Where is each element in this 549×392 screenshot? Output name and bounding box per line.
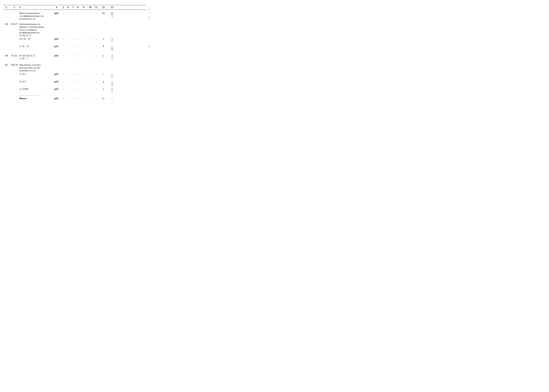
row13-s1-c13: а — [107, 37, 117, 43]
row14-d9: - [80, 54, 87, 57]
row13-s2-d7: - [71, 45, 75, 48]
row14-unit: руб. [52, 54, 61, 57]
row-itogo: Итого: руб. - · ~ - - - - ж — [3, 97, 146, 100]
intro-col12: 44 [99, 12, 107, 14]
row15-s1-d11: - [93, 73, 99, 76]
intro-description: Итого для районовс коэффициентами от-кло… [19, 12, 52, 20]
col-header-11: 11 [93, 6, 99, 9]
intro-unit: руб. [52, 12, 61, 14]
section-row15: 15 ОЧ-28 Накладные и косвен-ный расходы … [3, 63, 146, 94]
row13-s2-frac-den: б [112, 48, 113, 51]
row15-s2-formula: б х 0,3 [19, 80, 52, 83]
row13-s1-d7: - [71, 37, 75, 40]
row15-s2-unit: руб. [52, 80, 61, 83]
intro-d5: - [61, 12, 66, 14]
row13-s1-d5: - [61, 37, 66, 40]
row13-description: Дополнительные за-траты с учетом районно… [19, 23, 52, 37]
page-number: 704—1—14 [148, 7, 149, 18]
row15-s2-frac: — д [111, 80, 113, 86]
row15-s1-d7: - [71, 73, 75, 76]
row14-frac-den: — [111, 57, 113, 60]
row13-s2-c13: — б [107, 45, 117, 51]
row13-s2-unit: руб. [52, 45, 61, 48]
intro-d9: - [80, 12, 87, 14]
row15-s1-d9: - [80, 73, 87, 76]
row15-description: Накладные и косвен-ный расходы на от-кло… [19, 63, 52, 72]
row14-d8: - [75, 54, 80, 57]
row14-d10: - [87, 54, 93, 57]
intro-d11: - [93, 12, 99, 14]
row15-header: 15 ОЧ-28 Накладные и косвен-ный расходы … [3, 63, 146, 72]
row13-s1-frac-num: а [111, 37, 113, 41]
row15-s1-frac-den: — [111, 76, 113, 79]
row14-col2: То же [9, 54, 19, 57]
col-header-13: 13 [107, 6, 117, 9]
row15-s1-formula: а х 0,7 [19, 73, 52, 76]
row13-s1-d6: - [66, 37, 71, 40]
row15-s2-d8: - [75, 80, 80, 83]
row13-header: 13 ОЧ-27 Дополнительные за-траты с учето… [3, 22, 146, 37]
row15-s2-d11: - [93, 80, 99, 83]
row14-d7: - [71, 54, 75, 57]
row15-s2-d5: - [61, 80, 66, 83]
column-headers: 1 2 3 4 5 6 7 8 9 10 11 12 13 [3, 5, 146, 10]
row15-s1-c12: г [99, 73, 107, 76]
side-label-ea: Еа [148, 45, 149, 48]
row13-s1-c12: а [99, 37, 107, 40]
row14-main: 14 То же То же для § 121 х К - 1 руб. - … [3, 54, 146, 61]
itogo-separator [19, 95, 41, 95]
row14-col12: в [99, 54, 107, 57]
row14-d6: - [66, 54, 71, 57]
itogo-d11: - [93, 97, 99, 100]
row14-col1: 14 [3, 54, 9, 57]
row15-col1: 15 [3, 63, 9, 66]
row15-s2-frac-num: — [111, 80, 113, 83]
row15-s1-d10: - [87, 73, 93, 76]
row13-s2-d10: - [87, 45, 93, 48]
row15-s3-d6: - [66, 88, 71, 91]
row15-s2-d7: - [71, 80, 75, 83]
row14-d11: - [93, 54, 99, 57]
row15-s1-d8: - [75, 73, 80, 76]
intro-d8: - [75, 12, 80, 14]
row15-s3-unit: руб. [52, 88, 61, 91]
row13-s2-c12: б [99, 45, 107, 48]
row15-sub1: а х 0,7 руб. - - - - - - - г г — [3, 72, 146, 79]
intro-fraction-num: 22 [111, 12, 113, 15]
row13-s1-frac-den: — [111, 41, 113, 44]
row15-s1-d6: - [66, 73, 71, 76]
row15-s3-c12: е [99, 88, 107, 91]
itogo-d8: - [75, 97, 80, 100]
itogo-d9: - [80, 97, 87, 100]
row14-description: То же для § 121 х К - 1 [19, 54, 52, 60]
intro-fraction-den: 1 [112, 15, 113, 18]
col-header-9: 9 [80, 6, 87, 9]
row15-s2-d6: · [66, 80, 71, 83]
row13-s1-d10: - [87, 37, 93, 40]
itogo-c13: — [107, 97, 117, 100]
col-header-2: 2 [9, 6, 19, 9]
intro-fraction: 22 1 [111, 12, 113, 18]
row15-col2: ОЧ-28 [9, 63, 19, 66]
itogo-d7: ~ [71, 97, 75, 100]
row14-d5: - [61, 54, 66, 57]
row13-col2: ОЧ-27 [9, 23, 19, 26]
section-intro: Итого для районовс коэффициентами от-кло… [3, 11, 146, 21]
row13-sub1: 23 х К - 23 руб. - - - - - - - а а — [3, 37, 146, 44]
row14-frac-num: в [111, 54, 113, 57]
intro-col13: 22 1 [107, 12, 117, 18]
row15-s1-unit: руб. [52, 73, 61, 76]
row15-s2-d9: - [80, 80, 87, 83]
itogo-d6: · [66, 97, 71, 100]
row15-s3-d7: - [71, 88, 75, 91]
row13-s1-d11: - [93, 37, 99, 40]
row-intro: Итого для районовс коэффициентами от-кло… [3, 11, 146, 21]
row15-s3-d8: - [75, 88, 80, 91]
row13-s1-fraction: а — [111, 37, 113, 43]
intro-d7: - [71, 12, 75, 14]
row15-s3-formula: в х 0,083 [19, 88, 52, 91]
row15-s2-c13: — д [107, 80, 117, 86]
row15-s2-c12: д [99, 80, 107, 83]
row13-s1-d8: - [75, 37, 80, 40]
intro-d10: - [87, 12, 93, 14]
